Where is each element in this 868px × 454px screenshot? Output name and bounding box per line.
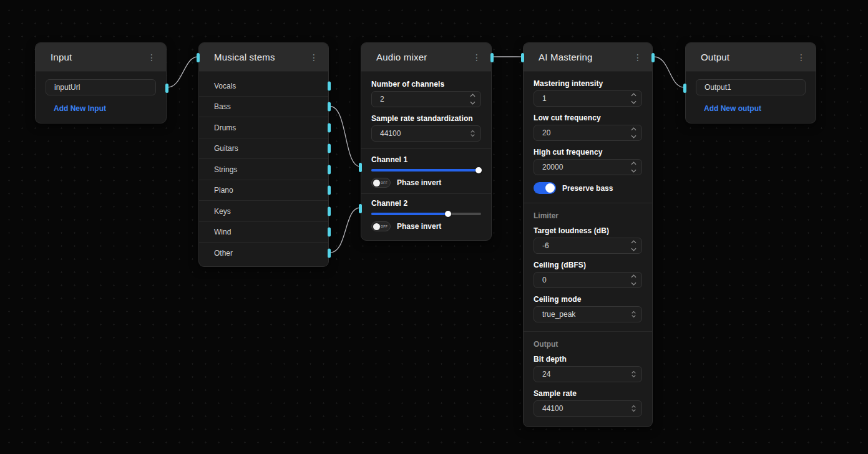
mastering-intensity-field bbox=[534, 90, 642, 107]
handle-stem-vocals-output[interactable] bbox=[328, 81, 331, 90]
spinner-up-button[interactable] bbox=[469, 93, 475, 98]
chevron-down-icon bbox=[631, 282, 636, 286]
node-title: Musical stems bbox=[214, 52, 307, 62]
stem-item-bass: Bass bbox=[199, 97, 328, 118]
node-mastering-header[interactable]: AI Mastering ⋮ bbox=[524, 43, 652, 72]
channel2-label: Channel 2 bbox=[371, 199, 481, 208]
slider-thumb[interactable] bbox=[445, 211, 451, 217]
handle-stem-keys-output[interactable] bbox=[328, 206, 331, 216]
kebab-menu-icon[interactable]: ⋮ bbox=[307, 51, 321, 64]
node-stems-header[interactable]: Musical stems ⋮ bbox=[199, 43, 328, 72]
spinner-down-button[interactable] bbox=[469, 100, 475, 105]
target-loudness-input[interactable] bbox=[534, 241, 641, 250]
spinner-down-button[interactable] bbox=[630, 168, 636, 173]
channel1-slider[interactable] bbox=[371, 167, 481, 174]
ceiling-label: Ceiling (dBFS) bbox=[534, 261, 642, 269]
handle-input-output[interactable] bbox=[165, 84, 168, 93]
spinner-up-button[interactable] bbox=[630, 239, 636, 244]
stem-label: Strings bbox=[214, 165, 237, 174]
wire-other-to-channel2[interactable] bbox=[330, 208, 360, 253]
channel2-slider[interactable] bbox=[371, 210, 481, 218]
slider-thumb[interactable] bbox=[475, 167, 482, 173]
kebab-menu-icon[interactable]: ⋮ bbox=[470, 51, 484, 64]
spinner-up-button[interactable] bbox=[630, 92, 636, 97]
sample-rate-standardization-select[interactable]: 44100 bbox=[371, 125, 481, 142]
stem-item-strings: Strings bbox=[199, 159, 328, 180]
input-url-field-wrap bbox=[46, 79, 156, 95]
chevron-down-icon bbox=[631, 409, 636, 412]
chevron-up-icon bbox=[470, 94, 475, 97]
stem-label: Wind bbox=[214, 228, 231, 236]
node-audio-mixer[interactable]: Audio mixer ⋮ Number of channels Sample … bbox=[361, 42, 492, 241]
stem-label: Vocals bbox=[214, 82, 236, 90]
target-loudness-field bbox=[534, 238, 642, 254]
chevron-up-icon bbox=[631, 274, 636, 278]
add-new-output-button[interactable]: Add New output bbox=[704, 104, 761, 113]
bit-depth-select[interactable]: 24 bbox=[534, 366, 642, 382]
spinner-down-button[interactable] bbox=[630, 281, 636, 286]
handle-mixer-channel2-input[interactable] bbox=[359, 204, 362, 213]
channel1-phase-invert-toggle[interactable]: OFF bbox=[371, 178, 391, 188]
spinner-up-button[interactable] bbox=[630, 127, 636, 132]
channel2-phase-invert-toggle[interactable]: OFF bbox=[371, 221, 391, 231]
node-output[interactable]: Output ⋮ Add New output bbox=[685, 42, 816, 123]
high-cut-frequency-input[interactable] bbox=[534, 163, 641, 171]
handle-output-input[interactable] bbox=[683, 84, 686, 93]
handle-mixer-output[interactable] bbox=[490, 53, 494, 62]
node-musical-stems[interactable]: Musical stems ⋮ Vocals Bass Drums Guitar… bbox=[198, 42, 329, 267]
slider-fill bbox=[371, 213, 448, 215]
node-output-header[interactable]: Output ⋮ bbox=[686, 43, 816, 72]
canvas[interactable]: Input ⋮ Add New Input Musical stems ⋮ Vo… bbox=[0, 0, 868, 454]
node-input-header[interactable]: Input ⋮ bbox=[36, 43, 166, 72]
handle-stem-drums-output[interactable] bbox=[328, 123, 331, 132]
spinner-down-button[interactable] bbox=[630, 100, 636, 105]
target-loudness-label: Target loudness (dB) bbox=[534, 226, 642, 235]
chevron-up-icon bbox=[631, 405, 636, 408]
handle-stem-guitars-output[interactable] bbox=[328, 144, 331, 153]
handle-mastering-output[interactable] bbox=[651, 53, 655, 62]
chevron-up-icon bbox=[631, 240, 636, 244]
node-ai-mastering[interactable]: AI Mastering ⋮ Mastering intensity Low c… bbox=[523, 42, 653, 427]
handle-mastering-input[interactable] bbox=[521, 53, 524, 62]
wire-bass-to-channel1[interactable] bbox=[330, 107, 360, 167]
spinner-up-button[interactable] bbox=[630, 161, 636, 166]
chevron-up-icon bbox=[631, 93, 636, 97]
add-new-input-button[interactable]: Add New Input bbox=[54, 104, 106, 113]
handle-mixer-channel1-input[interactable] bbox=[359, 163, 362, 172]
ceiling-mode-select[interactable]: true_peak bbox=[534, 306, 642, 322]
mastering-sample-rate-select[interactable]: 44100 bbox=[534, 400, 642, 417]
divider bbox=[361, 148, 491, 149]
wire-mastering-to-output[interactable] bbox=[654, 57, 684, 87]
handle-stem-strings-output[interactable] bbox=[328, 165, 331, 174]
wire-input-to-stems[interactable] bbox=[168, 57, 198, 87]
mastering-intensity-input[interactable] bbox=[534, 94, 641, 103]
handle-stems-input[interactable] bbox=[197, 53, 200, 62]
select-caret-icon bbox=[631, 311, 636, 318]
handle-stem-bass-output[interactable] bbox=[328, 102, 331, 112]
kebab-menu-icon[interactable]: ⋮ bbox=[794, 51, 808, 64]
stem-label: Guitars bbox=[214, 144, 238, 153]
spinner-down-button[interactable] bbox=[630, 247, 636, 252]
number-of-channels-input[interactable] bbox=[372, 95, 480, 104]
select-caret-icon bbox=[471, 130, 475, 137]
ceiling-input[interactable] bbox=[534, 276, 641, 284]
node-input[interactable]: Input ⋮ Add New Input bbox=[35, 42, 167, 123]
kebab-menu-icon[interactable]: ⋮ bbox=[631, 51, 645, 64]
chevron-up-icon bbox=[631, 162, 636, 165]
sample-rate-standardization-label: Sample rate standardization bbox=[371, 114, 481, 123]
low-cut-frequency-input[interactable] bbox=[534, 128, 641, 137]
node-mixer-header[interactable]: Audio mixer ⋮ bbox=[361, 43, 491, 72]
handle-stem-wind-output[interactable] bbox=[328, 228, 331, 237]
handle-stem-piano-output[interactable] bbox=[328, 186, 331, 195]
spinner-up-button[interactable] bbox=[630, 274, 636, 279]
handle-stem-other-output[interactable] bbox=[328, 248, 331, 258]
select-value: true_peak bbox=[534, 310, 641, 319]
stem-label: Other bbox=[214, 249, 233, 258]
input-url-field[interactable] bbox=[46, 83, 155, 92]
chevron-down-icon bbox=[631, 135, 636, 138]
output1-field[interactable] bbox=[696, 83, 805, 92]
kebab-menu-icon[interactable]: ⋮ bbox=[145, 51, 158, 64]
spinner-down-button[interactable] bbox=[630, 134, 636, 139]
channel1-phase-invert-label: Phase invert bbox=[397, 178, 441, 187]
preserve-bass-toggle[interactable] bbox=[534, 182, 556, 194]
